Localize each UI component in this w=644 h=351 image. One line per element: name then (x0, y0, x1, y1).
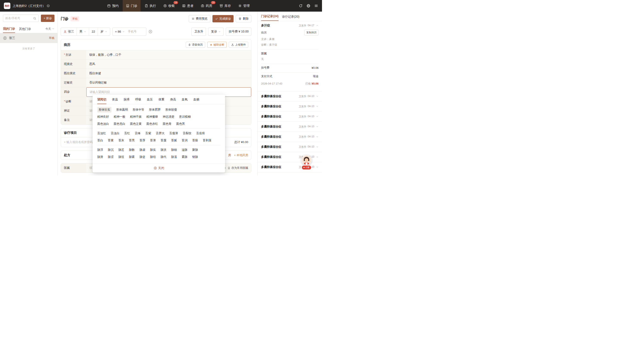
record-list-item[interactable]: 多囊卵巢综合征 卫东升 04-10 (258, 142, 322, 152)
nav-item[interactable]: 管理 (235, 0, 253, 11)
delete-button[interactable]: 删除 (236, 15, 252, 22)
nav-item[interactable]: 收银 14 (160, 0, 178, 11)
record-list-item[interactable]: 多囊卵巢综合征 卫东升 04-10 (258, 132, 322, 142)
record-list-item[interactable]: 多囊卵巢综合征 卫东升 04-10 (258, 112, 322, 122)
symptom-tag[interactable]: 苔腐 (160, 138, 166, 142)
symptom-tag[interactable]: 舌淡红 (97, 131, 106, 135)
assistant-avatar[interactable] (301, 155, 312, 165)
popup-tab[interactable]: 血糖 (193, 98, 199, 104)
symptom-tag[interactable]: 紊脉 (182, 155, 188, 159)
symptom-tag[interactable]: 脉濡 (171, 155, 177, 159)
age-unit-select[interactable]: 岁 (98, 28, 110, 35)
symptom-tag[interactable]: 脉洪 (160, 148, 166, 152)
symptom-tag[interactable]: 脉数 (129, 148, 135, 152)
nav-item[interactable]: 预约 (104, 0, 122, 11)
popup-close-button[interactable]: 关闭 (92, 163, 225, 172)
field-input[interactable]: 恶风 (86, 59, 251, 69)
symptom-tag[interactable]: 苔燥 (192, 138, 198, 142)
symptom-tag[interactable]: 神志清楚 (163, 115, 174, 119)
symptom-tag[interactable]: 形体壮实 (97, 107, 112, 112)
patient-list-item[interactable]: 张三 草稿 (0, 33, 58, 43)
symptom-tag[interactable]: 舌红 (124, 131, 130, 135)
symptom-tag[interactable]: 脉实 (150, 148, 156, 152)
symptom-tag[interactable]: 舌淡白 (111, 131, 120, 135)
symptom-tag[interactable]: 意识模糊 (179, 115, 191, 119)
symptom-tag[interactable]: 精神不振 (130, 115, 142, 119)
field-input[interactable]: 既往体健 (86, 69, 251, 78)
symptom-tag[interactable]: 苔白 (97, 138, 103, 142)
symptom-tag[interactable]: 面色淡白 (97, 122, 109, 126)
age-field[interactable]: 22 (89, 28, 98, 35)
symptom-tag[interactable]: 脉促 (140, 155, 145, 159)
tab-treatment-records[interactable]: 诊疗记录(20) (282, 12, 300, 21)
symptom-tag[interactable]: 聚脉 (192, 148, 198, 152)
symptom-tag[interactable]: 脉紧 (129, 155, 135, 159)
symptom-tag[interactable]: 脉结 (150, 155, 156, 159)
symptom-tag[interactable]: 舌胖大 (156, 131, 165, 135)
symptom-tag[interactable]: 形体肥胖 (149, 108, 160, 112)
patient-name-field[interactable]: 张三 (61, 28, 77, 35)
popup-tab[interactable]: 脉搏 (124, 98, 130, 104)
symptom-tag[interactable]: 舌裂纹 (183, 131, 192, 135)
symptom-tag[interactable]: 脉滑 (97, 155, 103, 159)
patient-search-input[interactable]: 姓名/手机号 (3, 15, 39, 22)
symptom-tag[interactable]: 舌紫 (145, 131, 151, 135)
popup-tab[interactable]: 身高 (170, 98, 176, 104)
menu-icon[interactable] (314, 4, 318, 8)
symptom-tag[interactable]: 精神一般 (114, 115, 125, 119)
symptom-tag[interactable]: 苔润 (182, 138, 188, 142)
symptom-tag[interactable]: 形体羸弱 (116, 108, 128, 112)
tab-my-clinic[interactable]: 我的门诊 (3, 25, 15, 33)
record-list-item[interactable]: 多囊卵巢综合征 卫东升 04-10 (258, 122, 322, 132)
popup-tab[interactable]: 体温 (112, 98, 118, 104)
visit-type-select[interactable]: 复诊 (208, 27, 224, 36)
tab-clinic-records[interactable]: 门诊记录(24) (261, 12, 278, 21)
symptom-tag[interactable]: 形体中等 (132, 108, 144, 112)
symptom-tag[interactable]: 面色赤红 (146, 122, 158, 126)
popup-tab[interactable]: 血压 (147, 98, 153, 104)
symptom-tag[interactable]: 面色黑 (176, 122, 185, 126)
symptom-tag[interactable]: 脉沉 (108, 148, 114, 152)
field-input[interactable]: 否认药物过敏 (86, 78, 251, 87)
symptom-tag[interactable]: 苔剥落 (203, 138, 212, 142)
gender-select[interactable]: 男 (77, 28, 89, 35)
nav-item[interactable]: 药房 19 (198, 0, 216, 11)
symptom-tag[interactable]: 苔厚 (140, 138, 145, 142)
symptom-tag[interactable]: 脉涩 (108, 155, 114, 159)
record-list-item[interactable]: 多囊卵巢综合征 卫东升 04-10 (258, 91, 322, 101)
nav-item[interactable]: 患者 (179, 0, 197, 11)
nav-item[interactable]: 执行 (142, 0, 159, 11)
symptom-tag[interactable]: 脉迟 (118, 148, 124, 152)
symptom-tag[interactable]: 舌绛 (135, 131, 140, 135)
symptom-tag[interactable]: 精神萎靡 (146, 115, 158, 119)
record-card-expanded[interactable]: 多汗症 卫东升 04-17 病历 复制病历 主诉：鼻塞 诊断：多汗症 医嘱 无 … (258, 21, 322, 91)
symptom-tag[interactable]: 脉弦 (118, 155, 124, 159)
assist-diagnosis-button[interactable]: 辅助诊断 (207, 42, 227, 48)
symptom-tag[interactable]: 脉虚 (140, 148, 145, 152)
upload-attachment-button[interactable]: 上传附件 (229, 42, 248, 48)
treatment-item-input[interactable]: + 输入项目名或拼音码 (64, 140, 92, 144)
clinic-switcher[interactable]: 上海抱朴2（汇付支付） (12, 4, 50, 8)
assistant-widget[interactable]: 小家 (300, 155, 312, 170)
globe-icon[interactable] (306, 4, 310, 8)
record-list-item[interactable]: 多囊卵巢综合征 卫东升 04-10 (258, 172, 322, 175)
symptom-tag[interactable]: 韧脉 (192, 155, 198, 159)
clear-icon[interactable] (148, 30, 152, 33)
symptom-tag[interactable]: 面色苍白 (114, 122, 125, 126)
popup-tab[interactable]: 体重 (158, 98, 164, 104)
symptom-tag[interactable]: 形体较瘦 (165, 108, 177, 112)
popup-tab[interactable]: 呼吸 (135, 98, 141, 104)
symptom-tag[interactable]: 苔黑 (129, 138, 135, 142)
phone-input[interactable]: 手机号 (128, 28, 146, 35)
symptom-tag[interactable]: 脉细 (171, 148, 177, 152)
symptom-tag[interactable]: 舌齿痕 (196, 131, 205, 135)
record-card-header[interactable]: 多汗症 卫东升 04-17 (261, 24, 318, 27)
add-local-pharmacy-button[interactable]: + 本地药房 (234, 153, 248, 157)
symptom-tag[interactable]: 苔腻 (171, 138, 177, 142)
symptom-tag[interactable]: 精神良好 (97, 115, 109, 119)
popup-tab[interactable]: 望闻切 (97, 98, 106, 104)
finish-visit-button[interactable]: 完成接诊 (212, 15, 234, 22)
phone-prefix-select[interactable]: + 86 (112, 28, 128, 35)
record-list-item[interactable]: 多囊卵巢综合征 卫东升 04-10 (258, 101, 322, 112)
doctor-select[interactable]: 卫东升 (191, 27, 206, 36)
